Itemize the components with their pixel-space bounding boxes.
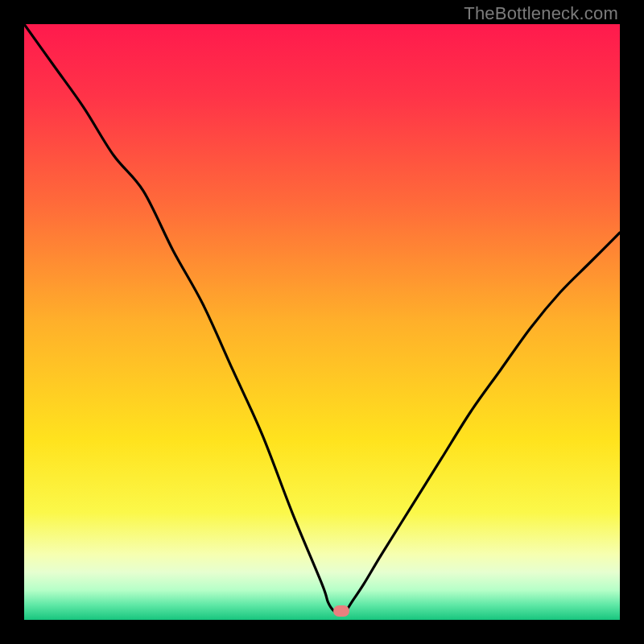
plot-area xyxy=(24,24,620,620)
chart-frame: TheBottleneck.com xyxy=(0,0,644,644)
bottleneck-curve xyxy=(24,24,620,620)
watermark-text: TheBottleneck.com xyxy=(464,3,618,24)
optimal-point-marker xyxy=(333,605,349,617)
